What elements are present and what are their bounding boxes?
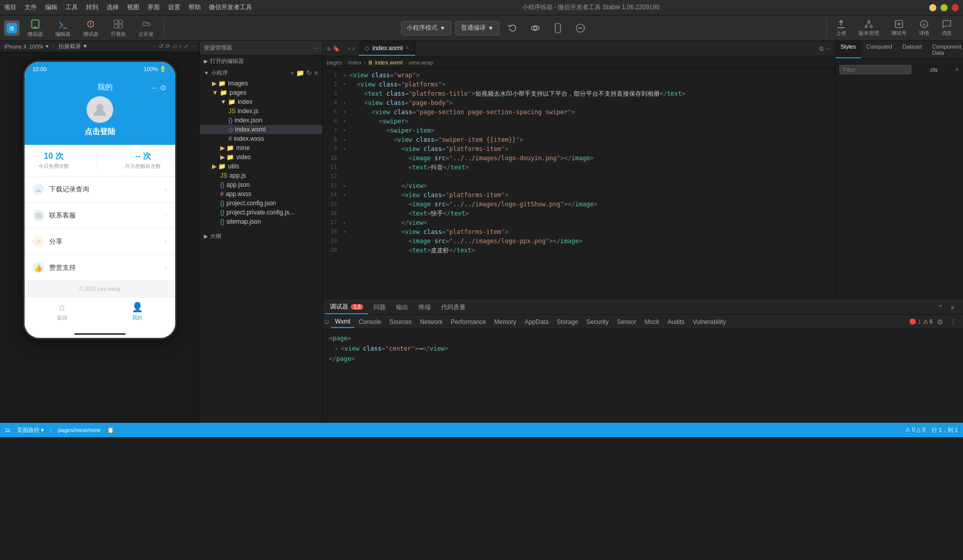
menu-item-devtool[interactable]: 微信开发者工具 [209, 3, 252, 12]
screenshot-btn[interactable]: 拍摄截屏 ▼ [58, 42, 88, 50]
file-project-config[interactable]: {} project.config.json [200, 199, 322, 208]
menu-item-edit[interactable]: 编辑 [45, 3, 57, 12]
refresh-btn[interactable]: ↻ [306, 69, 312, 77]
output-tab[interactable]: 输出 [391, 301, 413, 314]
close-button[interactable] [952, 4, 959, 11]
terminal-tab[interactable]: 终端 [413, 301, 436, 314]
network-dev-tab[interactable]: Network [416, 316, 447, 328]
detail-btn[interactable]: 详情 [916, 17, 932, 39]
breadcrumb-file[interactable]: 🗎 index.wxml [368, 59, 403, 66]
performance-dev-tab[interactable]: Performance [447, 316, 490, 328]
menu-item-share[interactable]: ↗ 分享 › [25, 229, 175, 255]
devtools-more-btn[interactable]: ⋮ [948, 317, 959, 327]
phone-debug-btn[interactable] [549, 21, 567, 35]
more-icon[interactable]: ··· [191, 43, 195, 50]
file-app-wxss[interactable]: # app.wxss [200, 189, 322, 199]
file-index-wxss[interactable]: # index.wxss [200, 134, 322, 143]
status-copy-icon[interactable]: 📋 [107, 427, 114, 434]
sensor-dev-tab[interactable]: Sensor [613, 316, 640, 328]
problems-tab[interactable]: 问题 [368, 301, 391, 314]
breadcrumb-symbol[interactable]: view.wrap [409, 59, 433, 66]
appdata-dev-tab[interactable]: AppData [520, 316, 553, 328]
computed-tab[interactable]: Computed [861, 41, 897, 58]
sim-back-icon[interactable]: ◁ [172, 43, 176, 50]
preview-btn[interactable] [526, 21, 545, 35]
editor-more-btn[interactable]: ··· [826, 45, 831, 52]
close-panel-btn[interactable]: × [949, 303, 957, 313]
cloud-toolbar-btn[interactable]: 云开发 [134, 16, 158, 40]
mock-dev-tab[interactable]: Mock [640, 316, 663, 328]
simulator-toolbar-btn[interactable]: 模拟器 [24, 16, 47, 40]
storage-dev-tab[interactable]: Storage [553, 316, 582, 328]
more-btn[interactable]: ··· [152, 83, 158, 92]
menu-item-project[interactable]: 项目 [4, 3, 16, 12]
menu-item-ui[interactable]: 界面 [148, 3, 160, 12]
editor-toolbar-btn[interactable]: 编辑器 [51, 16, 75, 40]
dataset-tab[interactable]: Dataset [897, 41, 927, 58]
file-app-js[interactable]: JS app.js [200, 171, 322, 180]
menu-item-help[interactable]: 帮助 [189, 3, 201, 12]
refresh-sim-icon[interactable]: ⟳ [165, 43, 170, 50]
menu-item-view[interactable]: 视图 [127, 3, 139, 12]
code-editor[interactable]: 1 ▾ <view class="wrap"> 2 ▾ <view class=… [323, 69, 835, 300]
refresh-btn[interactable] [504, 21, 522, 35]
console-dev-tab[interactable]: Console [354, 316, 385, 328]
sources-dev-tab[interactable]: Sources [385, 316, 416, 328]
new-file-icon[interactable]: ··· [312, 44, 318, 52]
tab-index-wxml[interactable]: ◇ index.wxml × [359, 41, 415, 56]
message-btn[interactable]: 消息 [938, 17, 955, 39]
visual-toolbar-btn[interactable]: 可视化 [107, 16, 130, 40]
menu-item-settings[interactable]: 设置 [168, 3, 180, 12]
tab-close-btn[interactable]: × [406, 45, 409, 51]
open-editors-section[interactable]: ▶ 打开的编辑器 [200, 55, 322, 67]
menu-item-file[interactable]: 文件 [25, 3, 37, 12]
more-section[interactable]: ▶ 大纲 [200, 230, 322, 242]
audits-dev-tab[interactable]: Audits [663, 316, 688, 328]
collapse-btn[interactable]: ≡ [314, 69, 318, 77]
nav-back-btn[interactable]: ‹› [344, 45, 359, 52]
expand-panel-btn[interactable]: ⌃ [935, 303, 946, 313]
zoom-dropdown-icon[interactable]: ▾ [46, 43, 49, 50]
file-sitemap[interactable]: {} sitemap.json [200, 217, 322, 226]
add-rule-btn[interactable]: + [955, 66, 959, 73]
upload-btn[interactable]: 上传 [833, 17, 849, 39]
styles-tab[interactable]: Styles [835, 41, 861, 58]
device-selector[interactable]: iPhone X [4, 44, 27, 50]
menu-item-tool[interactable]: 工具 [66, 3, 78, 12]
minimize-button[interactable] [929, 4, 936, 11]
security-dev-tab[interactable]: Security [582, 316, 613, 328]
component-data-tab[interactable]: Component Data [927, 41, 963, 58]
debugger-toolbar-btn[interactable]: 调试器 [79, 16, 102, 40]
nav-home[interactable]: ⌂ 返回 [56, 301, 68, 321]
new-folder-btn[interactable]: 📁 [296, 69, 304, 77]
breadcrumb-index[interactable]: index [348, 59, 362, 66]
filter-input[interactable] [840, 65, 911, 74]
breadcrumb-pages[interactable]: pages [327, 59, 342, 66]
expand-icon[interactable]: ⤢ [184, 43, 189, 50]
qr-btn[interactable]: ⊙ [160, 83, 166, 92]
version-mgr-btn[interactable]: 版本管理 [855, 17, 882, 39]
memory-dev-tab[interactable]: Memory [490, 316, 520, 328]
menu-item-donate[interactable]: 👍 赞赏支持 › [25, 255, 175, 281]
menu-bar[interactable]: 项目 文件 编辑 工具 转到 选择 视图 界面 设置 帮助 微信开发者工具 [4, 3, 252, 12]
folder-video[interactable]: ▶ 📁 video [200, 153, 322, 162]
wxml-dev-tab[interactable]: Wxml [331, 316, 354, 328]
cls-tag[interactable]: .cls [929, 67, 938, 73]
split-editor-btn[interactable]: ⧉ [819, 45, 824, 52]
folder-index[interactable]: ▼ 📁 index [200, 97, 322, 106]
file-index-wxml[interactable]: ◇ index.wxml [200, 125, 322, 134]
rotate-icon[interactable]: ↺ [159, 43, 163, 50]
clear-cache-btn[interactable] [571, 21, 590, 35]
testid-btn[interactable]: 测试号 [888, 17, 910, 39]
menu-item-support[interactable]: ☎ 联系客服 › [25, 203, 175, 229]
code-quality-tab[interactable]: 代码质量 [436, 301, 471, 314]
folder-images[interactable]: ▶ 📁 images [200, 79, 322, 88]
folder-utils[interactable]: ▶ 📁 utils [200, 162, 322, 171]
file-project-private[interactable]: {} project.private.config.js... [200, 208, 322, 217]
status-path[interactable]: 页面路径 ▾ [17, 426, 44, 434]
folder-mine[interactable]: ▶ 📁 mine [200, 143, 322, 153]
window-controls[interactable] [929, 4, 959, 11]
phone-username[interactable]: 点击登陆 [33, 127, 167, 137]
maximize-button[interactable] [940, 4, 948, 11]
file-app-json[interactable]: {} app.json [200, 180, 322, 189]
